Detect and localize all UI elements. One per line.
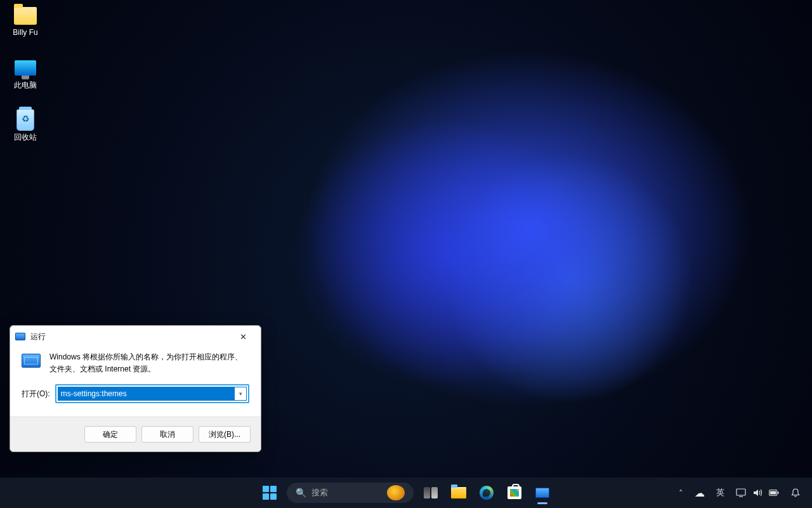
run-title: 运行 (30, 331, 46, 342)
run-description: Windows 将根据你所输入的名称，为你打开相应的程序、文件夹、文档或 Int… (49, 351, 249, 375)
desktop-icon-user-folder[interactable]: Billy Fu (1, 5, 49, 37)
desktop-icon-this-pc[interactable]: 此电脑 (1, 57, 49, 91)
run-icon (535, 488, 549, 498)
svg-rect-3 (778, 491, 779, 494)
browse-button[interactable]: 浏览(B)... (199, 426, 251, 443)
taskbar-search[interactable]: 🔍 搜索 (287, 483, 414, 503)
ime-indicator[interactable]: 英 (711, 480, 730, 505)
dropdown-button[interactable]: ▾ (235, 387, 246, 400)
cloud-icon: ☁ (695, 487, 705, 499)
open-label: 打开(O): (22, 389, 50, 399)
notification-center-button[interactable] (785, 480, 806, 505)
task-view-icon (424, 487, 438, 498)
desktop-icon-label: Billy Fu (13, 28, 37, 37)
run-taskbar-button[interactable] (529, 480, 556, 505)
battery-icon (769, 488, 779, 498)
desktop-icon-label: 此电脑 (14, 80, 37, 91)
chevron-up-icon: ˄ (679, 488, 683, 498)
cancel-button[interactable]: 取消 (141, 426, 193, 443)
file-explorer-icon (451, 487, 466, 498)
desktop-icon-label: 回收站 (14, 132, 37, 143)
ime-label: 英 (716, 487, 724, 498)
run-button-row: 确定 取消 浏览(B)... (10, 417, 261, 451)
recycle-icon (16, 109, 34, 131)
desktop-wallpaper[interactable]: Billy Fu 此电脑 回收站 运行 ✕ Windows 将根据你所输入的名称… (0, 0, 812, 508)
desktop-icon-recycle-bin[interactable]: 回收站 (1, 109, 49, 143)
svg-rect-0 (737, 489, 745, 495)
run-command-input[interactable] (58, 387, 235, 400)
onedrive-tray[interactable]: ☁ (690, 480, 710, 505)
windows-logo-icon (263, 486, 277, 500)
microsoft-store-button[interactable] (501, 480, 528, 505)
store-icon (508, 486, 521, 499)
edge-icon (480, 486, 494, 500)
run-input-highlight: ▾ (55, 384, 249, 403)
taskbar: 🔍 搜索 ˄ ☁ 英 (0, 478, 812, 508)
monitor-icon (15, 60, 36, 76)
search-placeholder: 搜索 (311, 487, 382, 498)
run-titlebar[interactable]: 运行 ✕ (10, 326, 261, 347)
volume-icon (752, 488, 763, 498)
svg-rect-4 (770, 491, 776, 494)
taskbar-center: 🔍 搜索 (256, 478, 556, 508)
bell-icon (790, 488, 801, 498)
quick-settings-button[interactable] (731, 480, 784, 505)
run-large-icon (22, 354, 41, 368)
tray-overflow-button[interactable]: ˄ (674, 480, 688, 505)
run-dialog[interactable]: 运行 ✕ Windows 将根据你所输入的名称，为你打开相应的程序、文件夹、文档… (10, 325, 261, 452)
edge-button[interactable] (473, 480, 500, 505)
search-icon: 🔍 (296, 488, 306, 498)
task-view-button[interactable] (417, 480, 444, 505)
display-icon (736, 488, 746, 498)
folder-icon (14, 7, 37, 25)
ok-button[interactable]: 确定 (84, 426, 136, 443)
close-button[interactable]: ✕ (230, 328, 256, 345)
search-highlight-icon (387, 485, 405, 500)
file-explorer-button[interactable] (445, 480, 472, 505)
run-icon (15, 333, 25, 340)
start-button[interactable] (256, 480, 283, 505)
system-tray: ˄ ☁ 英 (674, 478, 812, 508)
